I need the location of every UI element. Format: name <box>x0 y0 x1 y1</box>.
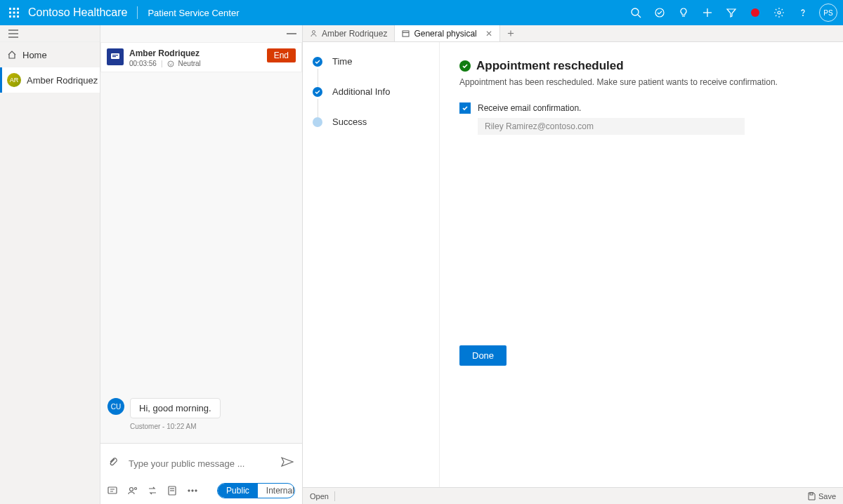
end-conversation-button[interactable]: End <box>267 48 296 62</box>
svg-point-30 <box>134 488 136 490</box>
svg-rect-22 <box>112 55 118 55</box>
step-additional-label: Additional Info <box>332 86 390 97</box>
email-confirmation-checkbox[interactable] <box>459 102 471 114</box>
svg-rect-4 <box>13 12 15 14</box>
visibility-toggle: Public Internal <box>217 483 295 498</box>
wizard-content: Appointment rescheduled Appointment has … <box>440 42 843 504</box>
svg-line-10 <box>638 15 641 18</box>
minimize-icon[interactable] <box>287 33 296 34</box>
chat-transcript: CU Hi, good morning. Customer - 10:22 AM <box>100 72 302 443</box>
step-additional-info[interactable]: Additional Info <box>313 86 439 97</box>
svg-rect-1 <box>13 8 15 10</box>
transfer-icon[interactable] <box>148 485 157 496</box>
filter-icon[interactable] <box>719 1 743 25</box>
conversation-duration: 00:03:56 <box>129 60 157 67</box>
home-icon <box>7 50 17 60</box>
svg-point-17 <box>802 15 803 15</box>
svg-rect-42 <box>810 493 813 495</box>
content-subtext: Appointment has been rescheduled. Make s… <box>459 77 823 87</box>
svg-rect-23 <box>112 56 116 57</box>
calendar-icon <box>402 29 410 37</box>
svg-point-34 <box>188 490 190 491</box>
sentiment-icon <box>167 60 174 67</box>
toggle-public[interactable]: Public <box>218 484 258 498</box>
svg-rect-0 <box>9 8 11 10</box>
tab-appointment[interactable]: General physical ✕ <box>395 25 499 41</box>
chat-message: CU Hi, good morning. <box>107 398 295 418</box>
footer-save[interactable]: Save <box>807 492 836 500</box>
svg-rect-7 <box>13 15 15 18</box>
send-icon[interactable] <box>281 457 295 470</box>
step-time-label: Time <box>332 56 352 67</box>
recording-indicator-icon[interactable] <box>743 1 767 25</box>
lightbulb-icon[interactable] <box>672 1 695 25</box>
close-tab-icon[interactable]: ✕ <box>485 29 492 39</box>
email-confirmation-label: Receive email confirmation. <box>478 103 581 113</box>
svg-point-37 <box>313 31 315 34</box>
svg-rect-28 <box>108 487 117 493</box>
message-composer: Public Internal <box>100 443 302 504</box>
search-icon[interactable] <box>624 1 648 25</box>
svg-point-16 <box>778 11 780 14</box>
nav-home-label: Home <box>22 50 47 60</box>
session-tabs: Amber Rodriquez General physical ✕ <box>303 25 843 42</box>
conversation-name: Amber Rodriquez <box>129 48 267 58</box>
svg-point-26 <box>171 62 171 63</box>
contact-avatar-icon: AR <box>7 73 21 87</box>
conversation-panel: Amber Rodriquez 00:03:56 | Neutral End C… <box>100 25 303 504</box>
save-icon <box>807 492 816 500</box>
consult-icon[interactable] <box>127 485 137 496</box>
attach-icon[interactable] <box>107 456 122 470</box>
task-check-icon[interactable] <box>648 1 672 25</box>
compose-input[interactable] <box>129 458 281 469</box>
svg-point-9 <box>632 8 639 15</box>
toggle-internal[interactable]: Internal <box>258 484 295 498</box>
chat-channel-icon <box>107 48 124 65</box>
nav-contact-active[interactable]: AR Amber Rodriquez <box>0 67 100 93</box>
message-avatar: CU <box>107 398 124 415</box>
help-icon[interactable] <box>791 1 815 25</box>
svg-rect-6 <box>9 15 11 18</box>
settings-gear-icon[interactable] <box>767 1 791 25</box>
svg-point-35 <box>192 490 193 491</box>
svg-point-25 <box>169 62 169 63</box>
svg-rect-38 <box>403 31 409 37</box>
left-sidebar: Home AR Amber Rodriquez <box>0 25 100 504</box>
email-input[interactable]: Riley Ramirez@contoso.com <box>478 118 745 135</box>
notes-icon[interactable] <box>167 485 177 496</box>
content-heading: Appointment rescheduled <box>476 59 624 73</box>
quick-reply-icon[interactable] <box>107 485 117 496</box>
step-complete-icon <box>313 57 322 67</box>
svg-point-11 <box>655 8 664 17</box>
done-button[interactable]: Done <box>459 345 507 366</box>
step-success[interactable]: Success <box>313 117 439 127</box>
svg-point-36 <box>195 490 197 491</box>
more-icon[interactable] <box>188 485 197 496</box>
add-icon[interactable] <box>695 1 719 25</box>
wizard-steps: Time Additional Info Success <box>303 42 440 504</box>
step-complete-icon <box>313 87 322 97</box>
tab-appointment-label: General physical <box>414 29 476 39</box>
add-tab-button[interactable] <box>500 25 521 41</box>
svg-rect-2 <box>17 8 19 10</box>
app-launcher-icon[interactable] <box>6 4 22 21</box>
footer-open[interactable]: Open <box>310 492 329 500</box>
global-top-bar: Contoso Healthcare Patient Service Cente… <box>0 0 843 25</box>
svg-rect-5 <box>17 12 19 14</box>
step-success-label: Success <box>332 117 367 127</box>
hamburger-icon[interactable] <box>0 25 100 42</box>
user-avatar[interactable]: PS <box>819 4 837 22</box>
main-area: Amber Rodriquez General physical ✕ Time … <box>303 25 843 504</box>
tab-contact[interactable]: Amber Rodriquez <box>303 25 395 41</box>
svg-rect-8 <box>17 15 19 18</box>
message-bubble: Hi, good morning. <box>130 398 221 418</box>
message-meta: Customer - 10:22 AM <box>130 423 295 430</box>
nav-home[interactable]: Home <box>0 42 100 67</box>
step-current-icon <box>313 117 322 127</box>
svg-point-24 <box>168 61 174 67</box>
topbar-divider <box>137 6 138 19</box>
brand-title: Contoso Healthcare <box>28 6 127 19</box>
status-bar: Open Save <box>303 487 843 504</box>
step-time[interactable]: Time <box>313 56 439 67</box>
conversation-sentiment: Neutral <box>178 60 201 67</box>
